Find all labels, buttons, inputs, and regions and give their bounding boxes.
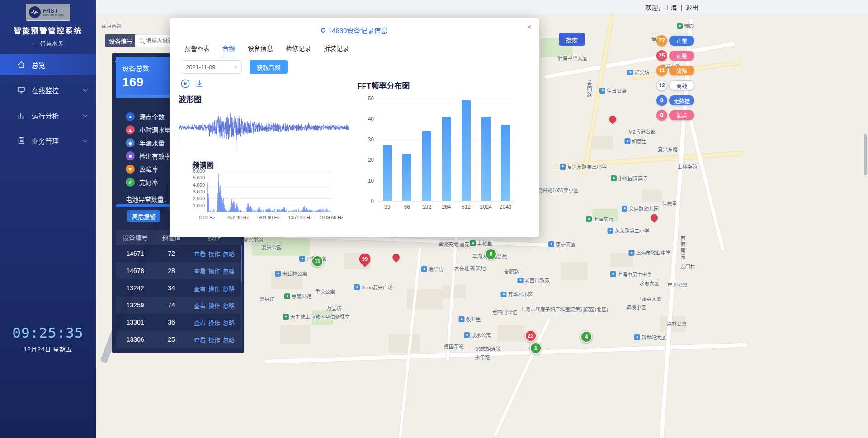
spectrum-y-tick-label: 6,000	[185, 168, 205, 174]
ignore-link[interactable]: 忽略	[223, 284, 235, 292]
leak-count-icon: ●	[126, 112, 135, 121]
legend-label-pill[interactable]: 正常	[669, 36, 694, 46]
play-audio-icon[interactable]	[181, 79, 190, 88]
ignore-link[interactable]: 忽略	[223, 267, 235, 275]
high-risk-alarm-button[interactable]: 高危报警	[127, 210, 160, 222]
map-cluster-marker[interactable]: 4	[580, 331, 592, 343]
sidebar-item-business[interactable]: 业务管理	[0, 130, 96, 151]
map-cluster-marker[interactable]: 0	[485, 248, 497, 260]
home-icon	[17, 61, 25, 69]
legend-label-pill[interactable]: 无数据	[669, 95, 694, 105]
map-label: 南京西路	[102, 22, 122, 29]
search-button[interactable]: 搜索	[559, 33, 585, 46]
tab-audio[interactable]: 音频	[222, 43, 235, 57]
date-select[interactable]: 2021-11-09 ▾	[181, 60, 242, 74]
map-scrollbar[interactable]	[864, 134, 867, 175]
operate-link[interactable]: 操作	[208, 267, 220, 275]
view-link[interactable]: 查看	[194, 301, 206, 310]
map-label: 寿华村小区	[501, 291, 533, 298]
view-link[interactable]: 查看	[194, 250, 206, 258]
fft-x-tick-label: 264	[437, 204, 457, 210]
ignore-link[interactable]: 忽略	[223, 301, 235, 310]
poi-icon	[501, 292, 507, 297]
table-row: 14671 72 查看操作忽略	[116, 245, 241, 262]
logout-link[interactable]: 退出	[686, 3, 698, 12]
map-label: 兴林公寓	[667, 320, 687, 327]
modal-tabs: 预警图表 音频 设备信息 检修记录 拆装记录	[184, 43, 349, 57]
map-pin-marker[interactable]	[649, 213, 659, 222]
fft-y-tick-label: 30	[362, 137, 374, 143]
legend-label-pill[interactable]: 故障	[669, 66, 694, 75]
table-scrollbar[interactable]	[241, 245, 242, 282]
fft-bar[interactable]	[442, 117, 451, 201]
tab-disassembly-record[interactable]: 拆装记录	[324, 43, 349, 57]
operate-link[interactable]: 操作	[208, 284, 220, 292]
stat-label: 检出有效率	[139, 151, 171, 160]
fft-gridline	[377, 201, 515, 202]
map-pin-marker[interactable]	[608, 114, 617, 124]
operate-link[interactable]: 操作	[208, 335, 220, 344]
sidebar-item-analysis[interactable]: 运行分析	[0, 105, 96, 126]
map-pin-marker[interactable]	[391, 253, 401, 262]
map-label: 西藏南路	[679, 236, 686, 259]
tab-warning-chart[interactable]: 预警图表	[184, 43, 210, 57]
fft-y-tick-label: 50	[362, 95, 374, 102]
table-row: 13306 25 查看操作忽略	[116, 331, 241, 348]
fft-y-tick-label: 0	[362, 198, 374, 204]
legend-label-pill[interactable]: 漏点	[669, 110, 694, 120]
stat-label: 故障率	[139, 165, 158, 174]
poi-icon	[627, 70, 633, 75]
tab-device-info[interactable]: 设备信息	[248, 43, 273, 57]
ignore-link[interactable]: 忽略	[223, 250, 235, 258]
operate-link[interactable]: 操作	[208, 318, 220, 327]
map-label: 佳日公寓	[599, 87, 627, 94]
app-title: 智能预警管控系统	[0, 24, 96, 36]
sidebar-item-label: 运行分析	[32, 111, 59, 120]
map-label: 新世纪大厦	[634, 334, 666, 341]
map-label: 建国东路	[444, 342, 464, 349]
view-link[interactable]: 查看	[194, 318, 206, 327]
map-label: 上海市敬业中学	[629, 249, 671, 256]
ignore-link[interactable]: 忽略	[223, 318, 235, 327]
map-label: 丰裕里	[470, 240, 492, 247]
fft-bar[interactable]	[462, 100, 471, 201]
map-cluster-marker[interactable]: 23	[525, 330, 537, 342]
close-icon[interactable]: ×	[527, 23, 532, 32]
fetch-audio-button[interactable]: 获取音频	[250, 60, 288, 74]
fft-bar[interactable]	[422, 131, 431, 201]
fft-bar[interactable]	[501, 125, 510, 201]
legend-label-pill[interactable]: 预警	[669, 51, 694, 61]
sidebar-item-online-monitor[interactable]: 在线监控	[0, 80, 96, 100]
table-row: 13259 74 查看操作忽略	[116, 297, 241, 314]
poi-icon	[299, 256, 305, 262]
fft-x-tick-label: 1024	[476, 204, 496, 210]
device-id-cell: 13301	[116, 319, 155, 326]
clipboard-icon	[17, 137, 25, 145]
chevron-down-icon	[83, 87, 88, 92]
fft-bar[interactable]	[481, 117, 491, 201]
tab-maintenance-record[interactable]: 检修记录	[286, 43, 311, 57]
legend-label-pill[interactable]: 离线	[669, 80, 694, 90]
operate-link[interactable]: 操作	[208, 301, 220, 310]
map-label: 天主教上海教区圣伯多禄堂	[283, 313, 350, 320]
map-cluster-marker[interactable]: 1	[530, 342, 542, 354]
welcome-text: 欢迎，上海	[645, 3, 677, 12]
stat-item: ✔ 完好率	[126, 178, 171, 187]
map-cluster-marker[interactable]: 11	[311, 255, 323, 267]
ignore-link[interactable]: 忽略	[223, 335, 235, 344]
poi-icon	[518, 278, 524, 283]
fft-bar[interactable]	[383, 145, 392, 201]
view-link[interactable]: 查看	[194, 284, 206, 292]
view-link[interactable]: 查看	[194, 267, 206, 275]
map-label: 小桃园清真寺	[611, 174, 648, 182]
fft-x-tick-label: 2048	[495, 204, 515, 210]
view-link[interactable]: 查看	[194, 335, 206, 344]
map-label: 康宁商厦	[548, 240, 576, 248]
operate-link[interactable]: 操作	[208, 250, 220, 258]
map-label: 重庆公寓	[315, 288, 335, 295]
map-label: 淡水公寓	[464, 331, 491, 339]
fft-bar[interactable]	[402, 154, 411, 201]
download-audio-icon[interactable]	[195, 80, 203, 88]
poi-icon	[459, 316, 465, 322]
sidebar-item-overview[interactable]: 总览	[0, 54, 96, 75]
